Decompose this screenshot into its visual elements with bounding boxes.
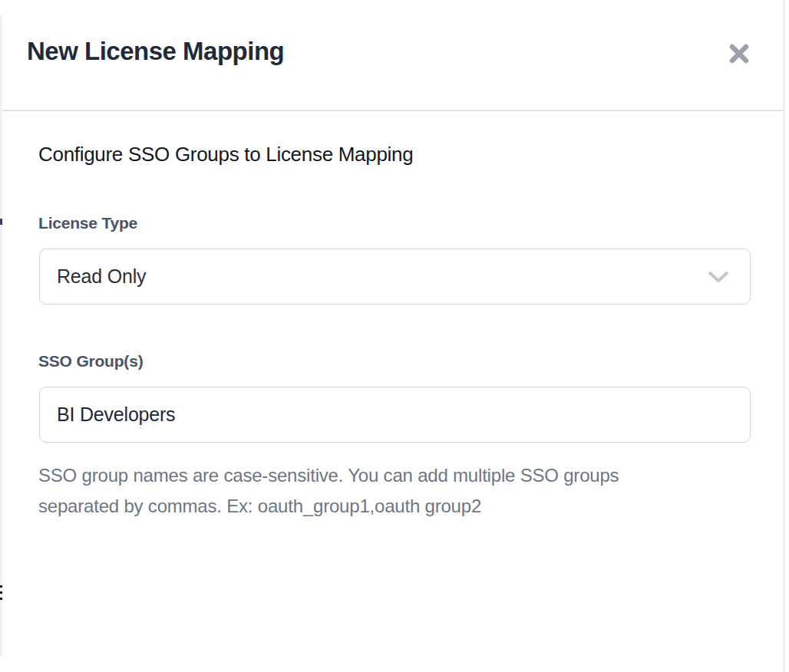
chevron-down-icon (707, 270, 730, 285)
modal-title: New License Mapping (27, 37, 284, 66)
license-type-selected-value: Read Only (57, 265, 146, 288)
license-type-select[interactable]: Read Only (39, 249, 751, 305)
sso-groups-help-text: SSO group names are case-sensitive. You … (38, 460, 683, 522)
sso-groups-input[interactable] (39, 387, 751, 443)
modal-body: Configure SSO Groups to License Mapping … (2, 111, 784, 672)
new-license-mapping-modal: New License Mapping Configure SSO Groups… (2, 0, 784, 672)
license-type-label: License Type (38, 214, 137, 232)
close-button[interactable] (724, 38, 754, 69)
modal-subtitle: Configure SSO Groups to License Mapping (38, 143, 413, 166)
modal-header: New License Mapping (2, 0, 784, 110)
sso-groups-label: SSO Group(s) (38, 352, 143, 371)
close-icon (727, 41, 751, 66)
